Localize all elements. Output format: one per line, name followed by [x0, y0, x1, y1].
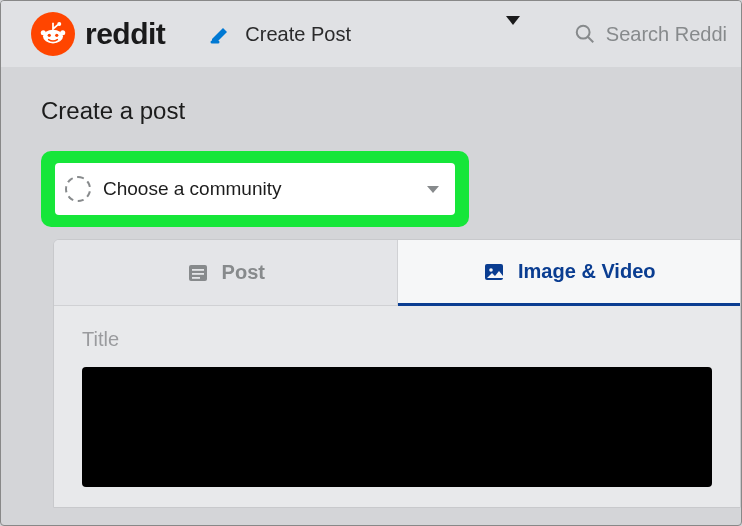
tab-image-video-label: Image & Video — [518, 260, 655, 283]
search-input[interactable]: Search Reddi — [564, 14, 727, 54]
title-placeholder: Title — [82, 328, 119, 350]
brand-name[interactable]: reddit — [85, 17, 165, 51]
svg-point-2 — [41, 30, 46, 35]
post-editor-card: Post Image & Video Title — [53, 239, 741, 508]
tutorial-highlight: Choose a community — [41, 151, 469, 227]
post-type-tabs: Post Image & Video — [54, 240, 740, 306]
media-dropzone[interactable] — [82, 367, 712, 487]
svg-rect-10 — [192, 273, 204, 275]
title-input[interactable]: Title — [54, 306, 740, 367]
svg-point-3 — [60, 30, 65, 35]
image-icon — [482, 260, 506, 284]
app-header: reddit Create Post Search Reddi — [1, 1, 741, 67]
tab-post[interactable]: Post — [54, 240, 398, 306]
svg-rect-11 — [192, 277, 200, 279]
community-placeholder-icon — [65, 176, 91, 202]
reddit-alien-icon — [38, 19, 68, 49]
search-placeholder: Search Reddi — [606, 23, 727, 46]
create-post-label: Create Post — [245, 23, 351, 46]
community-selector-label: Choose a community — [103, 178, 415, 200]
svg-point-5 — [55, 34, 58, 37]
tab-image-video[interactable]: Image & Video — [398, 240, 741, 306]
page-body: Create a post Choose a community Post — [1, 67, 741, 508]
text-post-icon — [186, 261, 210, 285]
search-icon — [574, 23, 596, 45]
svg-line-7 — [588, 37, 594, 43]
tab-post-label: Post — [222, 261, 265, 284]
reddit-logo[interactable] — [31, 12, 75, 56]
svg-point-4 — [48, 34, 51, 37]
chevron-down-icon — [506, 25, 520, 43]
svg-rect-9 — [192, 269, 204, 271]
svg-point-13 — [489, 268, 493, 272]
community-selector[interactable]: Choose a community — [55, 163, 455, 215]
pencil-icon — [209, 22, 233, 46]
svg-point-6 — [577, 26, 590, 39]
chevron-down-icon — [427, 186, 439, 193]
create-post-dropdown[interactable]: Create Post — [201, 12, 553, 56]
page-title: Create a post — [41, 97, 741, 125]
